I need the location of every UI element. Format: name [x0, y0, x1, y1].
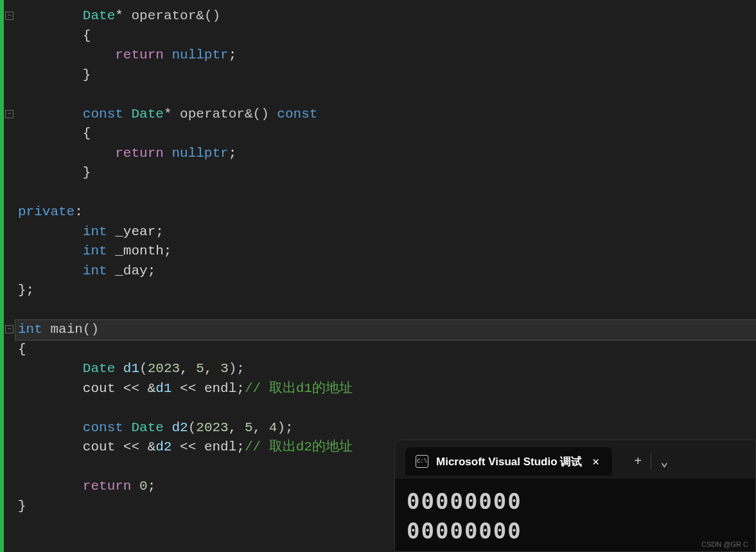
code-token: nullptr [171, 48, 228, 62]
code-token: ( [139, 361, 148, 376]
code-token: 5 [196, 361, 204, 376]
console-icon: C:\ [416, 455, 428, 468]
code-token: , [204, 361, 220, 376]
code-token: d1 [155, 381, 171, 396]
code-token: return [115, 48, 171, 62]
code-token: , [229, 420, 245, 435]
code-token: << endl; [171, 440, 244, 454]
code-token: } [83, 67, 91, 82]
code-token: &() [245, 107, 277, 121]
debug-console-window: C:\ Microsoft Visual Studio 调试 ✕ + ⌄ 000… [394, 440, 756, 552]
code-token: int [83, 244, 115, 258]
code-line[interactable]: return nullptr; [15, 144, 756, 164]
code-line[interactable] [15, 398, 756, 418]
code-token: }; [18, 283, 34, 298]
code-token: , [180, 361, 196, 376]
code-line[interactable]: int _month; [15, 242, 756, 262]
code-token: private [18, 204, 75, 219]
code-token: return [83, 479, 139, 494]
code-token: { [83, 28, 91, 43]
console-output-line: 00000000 [407, 516, 744, 546]
code-line[interactable]: }; [15, 281, 756, 301]
code-token: , [253, 420, 269, 435]
code-token: ; [148, 479, 156, 494]
fold-toggle-icon[interactable]: − [5, 110, 13, 118]
code-token: return [115, 146, 171, 161]
code-token: int [83, 263, 115, 278]
code-token: _day; [115, 263, 155, 278]
code-token: // 取出d1的地址 [245, 381, 353, 396]
code-token: // 取出d2的地址 [245, 440, 353, 454]
close-tab-button[interactable]: ✕ [590, 452, 602, 471]
code-token: 0 [139, 479, 148, 494]
code-token: () [83, 322, 99, 337]
console-output-line: 00000000 [407, 486, 744, 516]
code-token: cout << & [83, 381, 155, 396]
code-token: const [83, 420, 132, 435]
code-token: ( [188, 420, 197, 435]
code-token: d2 [171, 420, 188, 435]
console-tab[interactable]: C:\ Microsoft Visual Studio 调试 ✕ [405, 447, 612, 476]
code-token: } [83, 165, 91, 180]
console-title: Microsoft Visual Studio 调试 [436, 454, 582, 469]
code-token: ); [229, 361, 245, 376]
code-line[interactable]: return nullptr; [15, 46, 756, 66]
code-token: } [18, 499, 26, 513]
code-token: operator [131, 8, 196, 23]
code-line[interactable]: Date* operator&() [15, 6, 756, 26]
code-token: nullptr [171, 146, 228, 161]
code-line[interactable]: const Date* operator&() const [15, 105, 756, 125]
code-line[interactable]: { [15, 26, 756, 46]
code-token: Date [83, 361, 123, 376]
tab-dropdown-button[interactable]: ⌄ [651, 449, 677, 475]
code-token: * [164, 107, 180, 121]
new-tab-button[interactable]: + [625, 449, 651, 474]
code-token: 4 [269, 420, 277, 435]
code-token: ); [277, 420, 293, 435]
code-token: 3 [220, 361, 229, 376]
code-line[interactable] [15, 183, 756, 203]
code-line[interactable]: int _day; [15, 262, 756, 281]
code-line[interactable]: { [15, 124, 756, 144]
code-token: { [83, 126, 91, 141]
code-line[interactable] [15, 301, 756, 321]
code-token: cout << & [83, 440, 155, 454]
code-token: &() [196, 8, 220, 23]
code-token: d2 [155, 440, 171, 454]
code-line[interactable]: private: [15, 202, 756, 222]
code-line[interactable]: } [15, 163, 756, 183]
fold-toggle-icon[interactable]: − [5, 12, 13, 20]
code-token: ; [229, 146, 237, 161]
fold-gutter[interactable]: −−− [4, 0, 15, 552]
console-titlebar[interactable]: C:\ Microsoft Visual Studio 调试 ✕ + ⌄ [395, 440, 755, 479]
code-token: Date [131, 107, 163, 121]
code-token: int [18, 322, 50, 337]
code-token: const [83, 107, 132, 121]
code-line[interactable]: int main() [15, 320, 756, 340]
code-token: << endl; [171, 381, 244, 396]
code-token: 5 [245, 420, 253, 435]
code-token: _year; [115, 224, 164, 239]
code-token: int [83, 224, 115, 239]
watermark: CSDN @GR C [701, 540, 748, 548]
code-token: main [50, 322, 82, 337]
code-line[interactable]: const Date d2(2023, 5, 4); [15, 418, 756, 438]
code-line[interactable]: { [15, 340, 756, 360]
fold-toggle-icon[interactable]: − [5, 325, 13, 334]
code-token: ; [229, 48, 237, 62]
code-token: const [277, 107, 317, 121]
code-line[interactable]: cout << &d1 << endl;// 取出d1的地址 [15, 379, 756, 399]
code-line[interactable] [15, 85, 756, 105]
code-token: operator [180, 107, 245, 121]
code-line[interactable]: Date d1(2023, 5, 3); [15, 359, 756, 379]
code-token: 2023 [148, 361, 180, 376]
code-token: 2023 [196, 420, 228, 435]
code-token: { [18, 342, 26, 357]
code-token: _month; [115, 244, 171, 258]
code-token: Date [131, 420, 171, 435]
code-line[interactable]: int _year; [15, 222, 756, 242]
code-line[interactable]: } [15, 66, 756, 85]
code-token: d1 [123, 361, 139, 376]
code-token: Date [83, 8, 115, 23]
code-token: : [75, 204, 83, 219]
